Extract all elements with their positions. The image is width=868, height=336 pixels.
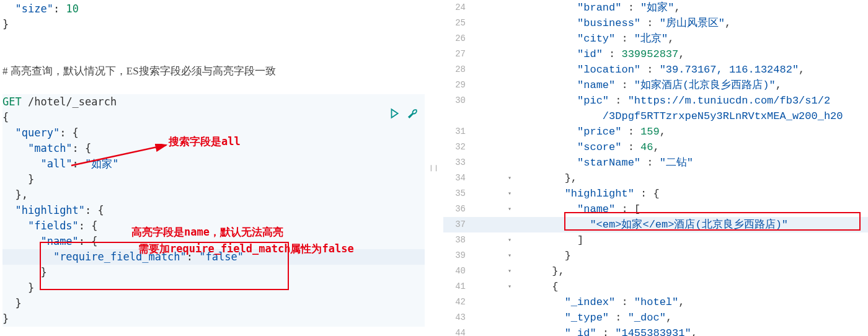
code-content: "price" : 159, — [514, 124, 868, 139]
fold-icon[interactable]: ▾ — [508, 170, 512, 186]
code-content: "name" : "如家酒店(北京良乡西路店)", — [514, 77, 868, 93]
response-line: 25 "business" : "房山风景区", — [443, 15, 868, 31]
code-line: "all": "如家" — [2, 156, 425, 172]
fold-gutter[interactable]: ▾ — [472, 279, 514, 294]
fold-gutter[interactable]: ▾ — [472, 263, 514, 279]
fold-gutter[interactable]: ▾ — [472, 170, 514, 186]
code-line — [2, 48, 425, 63]
line-number: 36 — [443, 201, 472, 217]
response-line: 32 "score" : 46, — [443, 139, 868, 155]
response-line: 29 "name" : "如家酒店(北京良乡西路店)", — [443, 77, 868, 93]
code-content: "brand" : "如家", — [514, 0, 868, 15]
code-line: }, — [2, 187, 425, 203]
fold-gutter[interactable]: ▾ — [472, 186, 514, 201]
code-content: "location" : "39.73167, 116.132482", — [514, 62, 868, 77]
code-line: } — [2, 265, 425, 280]
fold-gutter — [472, 31, 514, 46]
fold-gutter — [472, 93, 514, 108]
response-line: 40▾ }, — [443, 263, 868, 279]
comment-line: # 高亮查询，默认情况下，ES搜索字段必须与高亮字段一致 — [2, 63, 425, 79]
response-line: 41▾ { — [443, 279, 868, 294]
line-number: 41 — [443, 279, 472, 294]
fold-icon[interactable]: ▾ — [508, 263, 512, 279]
fold-icon[interactable]: ▾ — [508, 201, 512, 217]
response-line: 31 "price" : 159, — [443, 124, 868, 139]
response-line: 36▾ "name" : [ — [443, 201, 868, 217]
code-content: /3Dpgf5RTTzrxpeN5y3RLnRVtxMEA_w200_h20 — [514, 108, 868, 124]
line-number: 43 — [443, 310, 472, 325]
code-content: "name" : [ — [514, 201, 868, 217]
fold-gutter — [472, 46, 514, 62]
divider-handle-icon: ❘❘ — [429, 164, 439, 173]
code-line — [2, 32, 425, 48]
code-content: "business" : "房山风景区", — [514, 15, 868, 31]
fold-gutter[interactable]: ▾ — [472, 248, 514, 263]
fold-gutter[interactable]: ▾ — [472, 201, 514, 217]
response-line: 39▾ } — [443, 248, 868, 263]
code-line: } — [2, 280, 425, 296]
code-content: }, — [514, 170, 868, 186]
fold-icon[interactable]: ▾ — [508, 279, 512, 294]
fold-icon[interactable]: ▾ — [508, 232, 512, 248]
line-number: 31 — [443, 124, 472, 139]
response-line: 33 "starName" : "二钻" — [443, 155, 868, 170]
line-number: 38 — [443, 232, 472, 248]
code-content: "pic" : "https://m.tuniucdn.com/fb3/s1/2 — [514, 93, 868, 108]
fold-gutter — [472, 325, 514, 336]
code-content: }, — [514, 263, 868, 279]
code-content: } — [514, 248, 868, 263]
fold-gutter — [472, 0, 514, 15]
fold-gutter — [472, 294, 514, 310]
code-line: } — [2, 296, 425, 311]
line-number: 27 — [443, 46, 472, 62]
fold-icon[interactable]: ▾ — [508, 248, 512, 263]
wrench-icon[interactable] — [406, 107, 420, 120]
fold-gutter — [472, 124, 514, 139]
annotation-text-3: 需要加require_field_match属性为false — [138, 242, 354, 256]
pane-divider[interactable]: ❘❘ — [425, 0, 443, 336]
response-line: 35▾ "highlight" : { — [443, 186, 868, 201]
response-line: 28 "location" : "39.73167, 116.132482", — [443, 62, 868, 77]
code-line: } — [2, 311, 425, 327]
line-number: 44 — [443, 325, 472, 336]
code-content: "id" : 339952837, — [514, 46, 868, 62]
line-number: 24 — [443, 0, 472, 15]
response-line: 38▾ ] — [443, 232, 868, 248]
response-line: /3Dpgf5RTTzrxpeN5y3RLnRVtxMEA_w200_h20 — [443, 108, 868, 124]
code-content: "highlight" : { — [514, 186, 868, 201]
code-line: } — [2, 172, 425, 187]
annotation-text-2: 高亮字段是name，默认无法高亮 — [131, 225, 283, 239]
fold-gutter — [472, 310, 514, 325]
response-pane[interactable]: 24 "brand" : "如家",25 "business" : "房山风景区… — [443, 0, 868, 336]
code-content: ] — [514, 232, 868, 248]
code-content: "score" : 46, — [514, 139, 868, 155]
code-line: "size": 10 — [2, 1, 425, 17]
response-line: 34▾ }, — [443, 170, 868, 186]
fold-gutter — [472, 217, 514, 232]
fold-gutter — [472, 155, 514, 170]
fold-gutter — [472, 62, 514, 77]
response-line: 37 "<em>如家</em>酒店(北京良乡西路店)" — [443, 217, 868, 232]
code-content: "_id" : "1455383931", — [514, 325, 868, 336]
line-number — [443, 108, 472, 124]
code-content: "_index" : "hotel", — [514, 294, 868, 310]
fold-gutter — [472, 108, 514, 124]
run-icon[interactable] — [388, 107, 401, 120]
request-actions — [388, 107, 420, 120]
code-line: { — [2, 110, 425, 125]
fold-gutter — [472, 15, 514, 31]
response-line: 43 "_type" : "_doc", — [443, 310, 868, 325]
fold-gutter — [472, 77, 514, 93]
line-number: 33 — [443, 155, 472, 170]
fold-gutter — [472, 139, 514, 155]
request-editor-pane[interactable]: "size": 10 } # 高亮查询，默认情况下，ES搜索字段必须与高亮字段一… — [0, 0, 425, 336]
code-content: "<em>如家</em>酒店(北京良乡西路店)" — [514, 217, 868, 232]
response-line: 24 "brand" : "如家", — [443, 0, 868, 15]
line-number: 39 — [443, 248, 472, 263]
fold-icon[interactable]: ▾ — [508, 186, 512, 201]
response-line: 42 "_index" : "hotel", — [443, 294, 868, 310]
code-line: } — [2, 17, 425, 32]
fold-gutter[interactable]: ▾ — [472, 232, 514, 248]
line-number: 28 — [443, 62, 472, 77]
line-number: 26 — [443, 31, 472, 46]
